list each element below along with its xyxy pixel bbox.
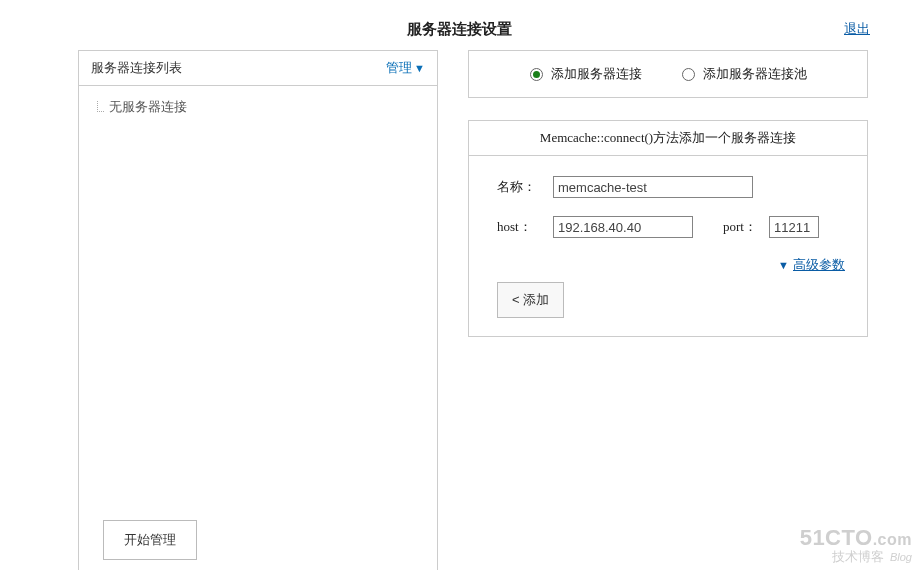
- add-button[interactable]: < 添加: [497, 282, 564, 318]
- name-label: 名称：: [497, 178, 553, 196]
- manage-dropdown[interactable]: 管理▼: [386, 59, 425, 77]
- add-server-form: Memcache::connect()方法添加一个服务器连接 名称： host：…: [468, 120, 868, 337]
- radio-icon: [682, 68, 695, 81]
- page-title: 服务器连接设置: [0, 20, 918, 39]
- radio-add-server-label: 添加服务器连接: [551, 65, 642, 83]
- host-port-row: host： port：: [497, 216, 845, 238]
- triangle-down-icon: ▼: [778, 259, 789, 271]
- start-manage-button[interactable]: 开始管理: [103, 520, 197, 560]
- radio-add-pool-label: 添加服务器连接池: [703, 65, 807, 83]
- tree-empty-item: 无服务器连接: [97, 98, 419, 116]
- form-title-method: Memcache::connect(): [540, 130, 653, 145]
- add-connection-panel: 添加服务器连接 添加服务器连接池 Memcache::connect()方法添加…: [468, 50, 868, 570]
- host-input[interactable]: [553, 216, 693, 238]
- manage-dropdown-label: 管理: [386, 60, 412, 75]
- name-input[interactable]: [553, 176, 753, 198]
- logout-link[interactable]: 退出: [844, 20, 870, 38]
- name-row: 名称：: [497, 176, 845, 198]
- host-label: host：: [497, 218, 553, 236]
- chevron-down-icon: ▼: [414, 62, 425, 74]
- server-tree: 无服务器连接: [79, 86, 437, 506]
- server-list-panel: 服务器连接列表 管理▼ 无服务器连接 开始管理: [78, 50, 438, 570]
- form-title: Memcache::connect()方法添加一个服务器连接: [469, 121, 867, 156]
- port-input[interactable]: [769, 216, 819, 238]
- radio-icon: [530, 68, 543, 81]
- port-label: port：: [723, 218, 769, 236]
- connection-type-radio-group: 添加服务器连接 添加服务器连接池: [468, 50, 868, 98]
- server-list-title: 服务器连接列表: [91, 59, 182, 77]
- form-title-suffix: 方法添加一个服务器连接: [653, 130, 796, 145]
- server-list-header: 服务器连接列表 管理▼: [79, 51, 437, 86]
- advanced-params-link[interactable]: 高级参数: [793, 257, 845, 272]
- radio-add-pool[interactable]: 添加服务器连接池: [682, 65, 807, 83]
- radio-add-server[interactable]: 添加服务器连接: [530, 65, 642, 83]
